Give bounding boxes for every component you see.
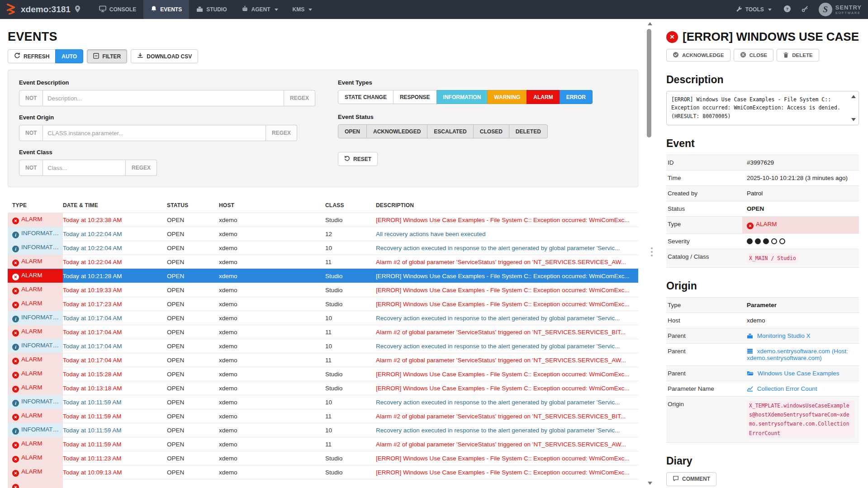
- col-header-class[interactable]: CLASS: [325, 198, 376, 213]
- reset-filters-button[interactable]: RESET: [338, 152, 378, 166]
- bell-icon: [151, 5, 157, 14]
- event-row[interactable]: iINFORMATI... Today at 10:11:59 AM OPEN …: [8, 423, 638, 437]
- property-label: Time: [666, 171, 742, 185]
- col-header-description[interactable]: DESCRIPTION: [376, 198, 638, 213]
- event-row[interactable]: ×ALARM Today at 10:11:59 AM OPEN xdemo 1…: [8, 409, 638, 423]
- event-row[interactable]: ×ALARM Today at 10:13:18 AM OPEN xdemo S…: [8, 381, 638, 395]
- textarea-scroll-down-icon[interactable]: [851, 118, 856, 121]
- tools-menu[interactable]: TOOLS: [734, 6, 773, 14]
- description-not-toggle[interactable]: NOT: [19, 90, 43, 106]
- parent-link[interactable]: Monitoring Studio X: [747, 332, 811, 339]
- delete-event-button[interactable]: DELETE: [777, 49, 819, 62]
- event-status-escalated[interactable]: ESCALATED: [427, 124, 473, 138]
- panel-resize-grip[interactable]: [651, 247, 653, 256]
- parent-link[interactable]: Collection Error Count: [747, 385, 817, 392]
- property-label: ID: [666, 155, 742, 170]
- event-row[interactable]: iINFORMATI... Today at 10:17:04 AM OPEN …: [8, 339, 638, 353]
- event-row[interactable]: ×ALARM Today at 10:17:04 AM OPEN xdemo 1…: [8, 325, 638, 339]
- event-row[interactable]: ×ALARM Today at 10:11:23 AM OPEN xdemo S…: [8, 451, 638, 465]
- alarm-x-circle-icon: ×: [12, 218, 19, 224]
- alarm-x-circle-icon: ×: [12, 288, 19, 294]
- event-row[interactable]: ×ALARM Today at 10:17:04 AM OPEN xdemo 1…: [8, 353, 638, 367]
- event-property-row: Created byPatrol: [666, 185, 859, 201]
- event-row[interactable]: iINFORMATI... Today at 10:22:04 AM OPEN …: [8, 227, 638, 241]
- nav-item-console[interactable]: CONSOLE: [92, 0, 143, 19]
- event-row[interactable]: iINFORMATI... Today at 10:17:04 AM OPEN …: [8, 311, 638, 325]
- origin-filter-input[interactable]: [43, 125, 266, 141]
- event-row[interactable]: ×ALARM Today at 10:19:33 AM OPEN xdemo S…: [8, 283, 638, 297]
- event-row[interactable]: ×ALARM Today at 10:11:59 AM OPEN xdemo 1…: [8, 437, 638, 451]
- download-csv-button[interactable]: DOWNLOAD CSV: [131, 49, 198, 63]
- origin-regex-toggle[interactable]: REGEX: [266, 125, 297, 141]
- info-circle-icon: i: [12, 232, 19, 238]
- nav-item-kms[interactable]: KMS: [285, 0, 320, 19]
- acknowledge-button[interactable]: ACKNOWLEDGE: [666, 49, 730, 62]
- event-type-information[interactable]: INFORMATION: [436, 90, 488, 104]
- description-textarea[interactable]: [ERROR] Windows Use Case Examples - File…: [666, 91, 859, 125]
- col-header-status[interactable]: STATUS: [167, 198, 219, 213]
- event-row[interactable]: ×ALARM Today at 10:21:28 AM OPEN xdemo S…: [8, 269, 638, 283]
- alarm-x-circle-icon: ×: [12, 456, 19, 463]
- alarm-x-circle-icon: ×: [12, 302, 19, 308]
- parent-link[interactable]: Windows Use Case Examples: [747, 370, 840, 377]
- origin-property-row: TypeParameter: [666, 297, 859, 313]
- event-row[interactable]: ×: [8, 479, 638, 488]
- event-status-open[interactable]: OPEN: [338, 124, 367, 138]
- scroll-down-arrow-icon[interactable]: [648, 482, 652, 485]
- event-row[interactable]: ×ALARM Today at 10:22:04 AM OPEN xdemo 1…: [8, 255, 638, 269]
- property-value: Parameter: [742, 298, 859, 313]
- event-type-response[interactable]: RESPONSE: [393, 90, 437, 104]
- nav-item-agent[interactable]: AGENT: [234, 0, 285, 19]
- col-header-datetime[interactable]: DATE & TIME: [63, 198, 167, 213]
- col-header-type[interactable]: TYPE: [8, 198, 63, 213]
- event-row[interactable]: iINFORMATI... Today at 10:22:04 AM OPEN …: [8, 241, 638, 255]
- key-icon[interactable]: [801, 5, 809, 14]
- class-filter-input[interactable]: [43, 160, 126, 176]
- event-type-alarm[interactable]: ALARM: [526, 90, 560, 104]
- close-event-button[interactable]: CLOSE: [734, 49, 774, 62]
- folder-open-icon: [747, 370, 756, 377]
- event-type-error[interactable]: ERROR: [560, 90, 593, 104]
- location-pin-icon[interactable]: [74, 5, 81, 14]
- property-label: Parent: [666, 344, 742, 365]
- chevron-down-icon: [768, 9, 772, 11]
- help-icon[interactable]: ?: [783, 5, 791, 14]
- origin-properties: TypeParameterHostxdemoParent Monitoring …: [666, 297, 859, 443]
- property-label: Parent: [666, 328, 742, 343]
- parent-link[interactable]: xdemo.sentrysoftware.com (Host: xdemo.se…: [747, 348, 848, 361]
- class-regex-toggle[interactable]: REGEX: [126, 160, 157, 176]
- severity-dot-filled: [755, 238, 761, 244]
- nav-item-events[interactable]: EVENTS: [143, 0, 189, 19]
- event-row[interactable]: ×ALARM Today at 10:15:28 AM OPEN xdemo S…: [8, 367, 638, 381]
- class-not-toggle[interactable]: NOT: [19, 160, 43, 176]
- info-circle-icon: i: [12, 246, 19, 252]
- event-row[interactable]: ×ALARM Today at 10:09:13 AM OPEN xdemo S…: [8, 465, 638, 479]
- wrench-icon: [736, 6, 742, 14]
- nav-item-studio[interactable]: STUDIO: [189, 0, 234, 19]
- brand[interactable]: xdemo:3181: [0, 0, 85, 19]
- refresh-button[interactable]: REFRESH: [8, 49, 56, 63]
- event-type-warning[interactable]: WARNING: [487, 90, 527, 104]
- filter-toggle-button[interactable]: FILTER: [87, 49, 127, 63]
- description-regex-toggle[interactable]: REGEX: [284, 90, 315, 106]
- main-scrollbar[interactable]: [645, 19, 655, 488]
- info-circle-icon: i: [12, 316, 19, 322]
- detail-title: [ERROR] WINDOWS USE CASE E...: [683, 30, 859, 44]
- auto-refresh-toggle[interactable]: AUTO: [55, 49, 83, 63]
- event-type-state-change[interactable]: STATE CHANGE: [338, 90, 394, 104]
- textarea-scroll-up-icon[interactable]: [851, 95, 856, 98]
- origin-not-toggle[interactable]: NOT: [19, 125, 43, 141]
- description-filter-input[interactable]: [43, 90, 284, 106]
- event-row[interactable]: iINFORMATI... Today at 10:11:59 AM OPEN …: [8, 395, 638, 409]
- scrollbar-thumb[interactable]: [647, 29, 651, 137]
- col-header-host[interactable]: HOST: [219, 198, 325, 213]
- sentry-software-logo[interactable]: S SENTRY SOFTWARE: [819, 3, 862, 16]
- event-row[interactable]: ×ALARM Today at 10:23:38 AM OPEN xdemo S…: [8, 213, 638, 227]
- event-status-deleted[interactable]: DELETED: [509, 124, 548, 138]
- event-status-acknowledged[interactable]: ACKNOWLEDGED: [366, 124, 427, 138]
- event-row[interactable]: ×ALARM Today at 10:17:23 AM OPEN xdemo S…: [8, 297, 638, 311]
- chevron-down-icon: [308, 9, 312, 11]
- event-status-closed[interactable]: CLOSED: [473, 124, 509, 138]
- scroll-up-arrow-icon[interactable]: [648, 22, 652, 25]
- comment-button[interactable]: COMMENT: [666, 472, 716, 486]
